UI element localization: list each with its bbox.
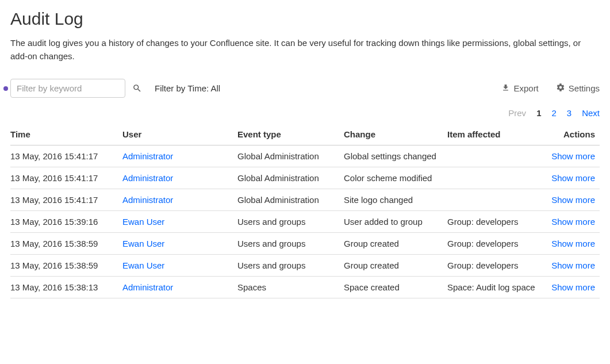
show-more-link[interactable]: Show more <box>551 151 595 161</box>
audit-log-table: Time User Event type Change Item affecte… <box>10 124 600 298</box>
user-link[interactable]: Ewan User <box>122 217 164 227</box>
table-row: 13 May, 2016 15:39:16Ewan UserUsers and … <box>10 211 600 233</box>
cell-event-type: Global Administration <box>237 167 344 189</box>
table-row: 13 May, 2016 15:41:17AdministratorGlobal… <box>10 189 600 211</box>
th-item-affected: Item affected <box>447 124 548 145</box>
user-link[interactable]: Administrator <box>122 173 173 183</box>
toolbar: Filter by Time: All Export Settings <box>10 79 600 98</box>
th-time: Time <box>10 124 122 145</box>
cell-change: Group created <box>344 255 447 277</box>
gear-icon <box>556 83 565 94</box>
pagination-page-2[interactable]: 2 <box>551 108 556 118</box>
show-more-link[interactable]: Show more <box>551 195 595 205</box>
cell-event-type: Spaces <box>237 277 344 298</box>
user-link[interactable]: Ewan User <box>122 260 164 270</box>
page-description: The audit log gives you a history of cha… <box>10 37 600 63</box>
table-row: 13 May, 2016 15:38:59Ewan UserUsers and … <box>10 233 600 255</box>
cell-change: Group created <box>344 233 447 255</box>
cell-item-affected: Group: developers <box>447 211 548 233</box>
cell-change: Color scheme modified <box>344 167 447 189</box>
cell-time: 13 May, 2016 15:38:59 <box>10 233 122 255</box>
indicator-dot <box>3 86 8 91</box>
cell-time: 13 May, 2016 15:38:59 <box>10 255 122 277</box>
th-actions: Actions <box>548 124 600 145</box>
time-filter-dropdown[interactable]: Filter by Time: All <box>155 83 220 93</box>
user-link[interactable]: Administrator <box>122 282 173 292</box>
cell-item-affected <box>447 189 548 211</box>
show-more-link[interactable]: Show more <box>551 173 595 183</box>
pagination: Prev 1 2 3 Next <box>10 108 600 118</box>
pagination-page-1: 1 <box>536 108 541 118</box>
cell-item-affected: Group: developers <box>447 233 548 255</box>
cell-event-type: Users and groups <box>237 211 344 233</box>
th-event-type: Event type <box>237 124 344 145</box>
cell-event-type: Users and groups <box>237 255 344 277</box>
table-row: 13 May, 2016 15:41:17AdministratorGlobal… <box>10 167 600 189</box>
settings-button[interactable]: Settings <box>556 83 600 94</box>
cell-item-affected <box>447 145 548 167</box>
cell-event-type: Global Administration <box>237 145 344 167</box>
pagination-next[interactable]: Next <box>582 108 600 118</box>
th-user: User <box>122 124 237 145</box>
search-icon[interactable] <box>132 83 142 93</box>
page-title: Audit Log <box>10 9 600 29</box>
filter-keyword-input[interactable] <box>10 79 125 98</box>
cell-change: Space created <box>344 277 447 298</box>
export-icon <box>501 83 510 94</box>
cell-time: 13 May, 2016 15:41:17 <box>10 189 122 211</box>
cell-event-type: Users and groups <box>237 233 344 255</box>
cell-item-affected: Space: Audit log space <box>447 277 548 298</box>
table-row: 13 May, 2016 15:38:13AdministratorSpaces… <box>10 277 600 298</box>
settings-label: Settings <box>569 83 600 93</box>
cell-time: 13 May, 2016 15:38:13 <box>10 277 122 298</box>
pagination-prev: Prev <box>508 108 526 118</box>
user-link[interactable]: Ewan User <box>122 239 164 248</box>
cell-time: 13 May, 2016 15:41:17 <box>10 145 122 167</box>
cell-item-affected: Group: developers <box>447 255 548 277</box>
export-button[interactable]: Export <box>501 83 538 94</box>
show-more-link[interactable]: Show more <box>551 217 595 227</box>
cell-item-affected <box>447 167 548 189</box>
show-more-link[interactable]: Show more <box>551 282 595 292</box>
cell-event-type: Global Administration <box>237 189 344 211</box>
th-change: Change <box>344 124 447 145</box>
table-row: 13 May, 2016 15:38:59Ewan UserUsers and … <box>10 255 600 277</box>
table-row: 13 May, 2016 15:41:17AdministratorGlobal… <box>10 145 600 167</box>
show-more-link[interactable]: Show more <box>551 260 595 270</box>
user-link[interactable]: Administrator <box>122 151 173 161</box>
cell-time: 13 May, 2016 15:41:17 <box>10 167 122 189</box>
pagination-page-3[interactable]: 3 <box>567 108 571 118</box>
show-more-link[interactable]: Show more <box>551 239 595 248</box>
cell-change: Site logo changed <box>344 189 447 211</box>
cell-change: User added to group <box>344 211 447 233</box>
export-label: Export <box>513 83 538 93</box>
cell-time: 13 May, 2016 15:39:16 <box>10 211 122 233</box>
cell-change: Global settings changed <box>344 145 447 167</box>
user-link[interactable]: Administrator <box>122 195 173 205</box>
